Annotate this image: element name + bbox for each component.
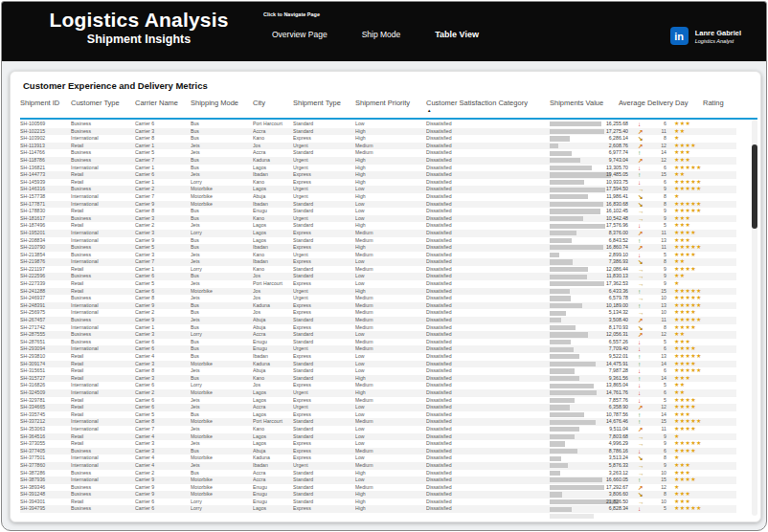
table-row[interactable]: SH-210790BusinessCarrier 5BusIbadanExpre… <box>20 244 736 252</box>
table-row[interactable]: SH-102215BusinessCarrier 3BusAccraStanda… <box>20 128 736 136</box>
cell-carrier-name: Carrier 3 <box>135 252 191 259</box>
cell-avg-delivery-day: ↓6 <box>636 165 668 172</box>
table-row[interactable]: SH-118786BusinessCarrier 7BusKadunaUrgen… <box>20 157 736 165</box>
table-row[interactable]: SH-309174RetailCarrier 3MotorbikeKadunaS… <box>20 361 736 368</box>
table-row[interactable]: SH-187496RetailCarrier 2JetsLagosStandar… <box>20 222 736 230</box>
table-row[interactable]: SH-337212InternationalCarrier 8Motorbike… <box>20 418 736 426</box>
trend-right-arrow-icon: → <box>638 499 644 506</box>
table-row[interactable]: SH-334665RetailCarrier 6JetsAccraUrgentL… <box>20 404 736 411</box>
value-data-bar <box>550 384 594 388</box>
nav-ship-mode[interactable]: Ship Mode <box>362 30 401 39</box>
trend-down-arrow-icon: ↓ <box>638 121 641 128</box>
table-row[interactable]: SH-287651BusinessCarrier 6BusEnuguStanda… <box>20 339 736 346</box>
column-header-shipment-priority[interactable]: Shipment Priority <box>355 99 426 107</box>
table-row[interactable]: SH-271742InternationalCarrier 1BusAbujaE… <box>20 324 736 332</box>
delivery-days-value: 15 <box>661 288 666 296</box>
table-row[interactable]: SH-315651RetailCarrier 8JetsAbujaStandar… <box>20 367 736 375</box>
table-row[interactable]: SH-377405BusinessCarrier 3BusAbujaExpres… <box>20 448 736 455</box>
cell-city: Lagos <box>253 186 293 193</box>
cell-shipping-mode: Jets <box>191 280 253 288</box>
table-row[interactable]: SH-144773RetailCarrier 6JetsIbadanExpres… <box>20 171 736 179</box>
column-header-shipment-id[interactable]: Shipment ID <box>20 99 71 107</box>
table-row[interactable]: SH-227339RetailCarrier 5JetsPort Harcour… <box>20 280 736 288</box>
table-row[interactable]: SH-387286BusinessCarrier 2BusAccraStanda… <box>20 470 736 477</box>
table-row[interactable]: SH-387936InternationalCarrier 9Motorbike… <box>20 477 736 484</box>
column-header-carrier-name[interactable]: Carrier Name <box>135 99 191 107</box>
column-header-rating[interactable]: Rating <box>668 99 736 107</box>
table-row[interactable]: SH-373055RetailCarrier 3JetsLagosExpress… <box>20 440 736 448</box>
cell-satisfaction: Dissatisfied <box>426 295 550 302</box>
column-header-shipping-mode[interactable]: Shipping Mode <box>191 99 253 107</box>
author-name: Lanre Gabriel <box>695 29 741 37</box>
report-subtitle: Shipment Insights <box>38 33 239 46</box>
column-header-customer-type[interactable]: Customer Type <box>71 99 135 107</box>
table-row[interactable]: SH-100569BusinessCarrier 6BusPort Harcou… <box>20 121 736 128</box>
table-row[interactable]: SH-315727RetailCarrier 3BusKanoStandardH… <box>20 375 736 383</box>
nav-overview-page[interactable]: Overview Page <box>272 30 328 39</box>
table-row[interactable]: SH-208834InternationalCarrier 9BusLagosS… <box>20 237 736 245</box>
table-row[interactable]: SH-377860InternationalCarrier 4JetsIbada… <box>20 462 736 470</box>
table-row[interactable]: SH-114766BusinessCarrier 5JetsAccraStand… <box>20 149 736 157</box>
trend-diag-up-arrow-icon: ↗ <box>638 244 643 252</box>
table-row[interactable]: SH-353063InternationalCarrier 7JetsKanoS… <box>20 426 736 433</box>
table-row[interactable]: SH-246937BusinessCarrier 8JetsJosUrgentM… <box>20 295 736 302</box>
cell-satisfaction: Dissatisfied <box>426 505 550 513</box>
value-label: 10,787.56 <box>606 411 628 419</box>
table-row[interactable]: SH-248391InternationalCarrier 9BusKaduna… <box>20 302 736 310</box>
nav-table-view[interactable]: Table View <box>435 30 479 39</box>
linkedin-icon[interactable]: in <box>670 27 689 45</box>
scrollbar-thumb[interactable] <box>752 144 757 229</box>
table-row[interactable]: SH-178830RetailCarrier 8BusEnuguStandard… <box>20 208 736 215</box>
table-row[interactable]: SH-221197RetailCarrier 1LorryKanoStandar… <box>20 266 736 274</box>
table-row[interactable]: SH-293810RetailCarrier 4BusIbadanExpress… <box>20 353 736 361</box>
table-row[interactable]: SH-256975InternationalCarrier 2BusJosExp… <box>20 309 736 317</box>
value-data-bar <box>550 362 596 366</box>
star-rating: ★★★ <box>674 237 690 243</box>
delivery-days-value: 5 <box>664 252 666 259</box>
table-row[interactable]: SH-324509InternationalCarrier 2Motorbike… <box>20 389 736 397</box>
table-row[interactable]: SH-394795BusinessCarrier 6LorryLagosExpr… <box>20 505 736 513</box>
table-row[interactable]: SH-293094InternationalCarrier 6BusEnuguU… <box>20 345 736 353</box>
cell-customer-type: Retail <box>71 266 135 274</box>
table-row[interactable]: SH-394301RetailCarrier 6LorryEnuguStanda… <box>20 499 736 506</box>
column-header-average-delivery-day[interactable]: Average Delivery Day <box>619 99 668 107</box>
cell-carrier-name: Carrier 3 <box>135 440 191 448</box>
table-row[interactable]: SH-157738InternationalCarrier 7Motorbike… <box>20 193 736 201</box>
table-row[interactable]: SH-145939RetailCarrier 1LorryKanoExpress… <box>20 179 736 187</box>
cell-shipment-type: Express <box>293 382 355 389</box>
table-row[interactable]: SH-213854BusinessCarrier 3JetsKanoUrgent… <box>20 252 736 259</box>
table-row[interactable]: SH-377501InternationalCarrier 4Motorbike… <box>20 454 736 462</box>
table-row[interactable]: SH-103902InternationalCarrier 8BusKanoEx… <box>20 135 736 143</box>
table-row[interactable]: SH-241288RetailCarrier 6MotorbikeJosUrge… <box>20 288 736 296</box>
table-row[interactable]: SH-113913RetailCarrier 1JetsJosUrgentMed… <box>20 143 736 150</box>
table-row[interactable]: SH-316826InternationalCarrier 6LorryJosE… <box>20 382 736 389</box>
cell-shipping-mode: Lorry <box>191 499 253 506</box>
trend-diag-up-arrow-icon: ↗ <box>638 404 643 411</box>
star-rating: ★★★★★ <box>674 201 702 207</box>
table-row-partial[interactable] <box>20 513 736 519</box>
cell-shipments-value: 14,475.91 <box>550 361 636 368</box>
cell-customer-type: International <box>71 230 135 237</box>
column-header-shipment-type[interactable]: Shipment Type <box>293 99 355 107</box>
table-row[interactable]: SH-136821InternationalCarrier 1BusLagosU… <box>20 165 736 172</box>
table-row[interactable]: SH-195201InternationalCarrier 3LorryLago… <box>20 230 736 237</box>
table-row[interactable]: SH-287555BusinessCarrier 3LorryAccraStan… <box>20 331 736 339</box>
vertical-scrollbar[interactable] <box>752 120 757 516</box>
value-label: 17,275.40 <box>606 128 628 136</box>
sort-ascending-icon: ▲ <box>427 108 431 113</box>
table-row[interactable]: SH-146316BusinessCarrier 2MotorbikeLagos… <box>20 186 736 193</box>
table-row[interactable]: SH-181617BusinessCarrier 3BusKanoUrgentL… <box>20 215 736 223</box>
column-header-customer-satisfaction-category[interactable]: Customer Satisfaction Category▲ <box>426 99 550 107</box>
table-row[interactable]: SH-329781RetailCarrier 6JetsLagosExpress… <box>20 397 736 405</box>
table-row[interactable]: SH-222596BusinessCarrier 6BusJosStandard… <box>20 273 736 280</box>
column-header-city[interactable]: City <box>253 99 293 107</box>
cell-avg-delivery-day: ↗12 <box>636 331 668 339</box>
table-row[interactable]: SH-335745RetailCarrier 5BusLagosExpressL… <box>20 411 736 419</box>
table-row[interactable]: SH-177871InternationalCarrier 9Motorbike… <box>20 201 736 209</box>
table-row[interactable]: SH-391248BusinessCarrier 9MotorbikeEnugu… <box>20 491 736 499</box>
table-row[interactable]: SH-267457BusinessCarrier 9JetsAbujaStand… <box>20 317 736 324</box>
table-row[interactable]: SH-364516RetailCarrier 4MotorbikeLagosSt… <box>20 433 736 441</box>
cell-shipment-id: SH-208834 <box>20 237 71 245</box>
table-row[interactable]: SH-219876InternationalCarrier 7JetsIbada… <box>20 258 736 266</box>
table-row[interactable]: SH-389346BusinessCarrier 9MotorbikeEnugu… <box>20 484 736 492</box>
